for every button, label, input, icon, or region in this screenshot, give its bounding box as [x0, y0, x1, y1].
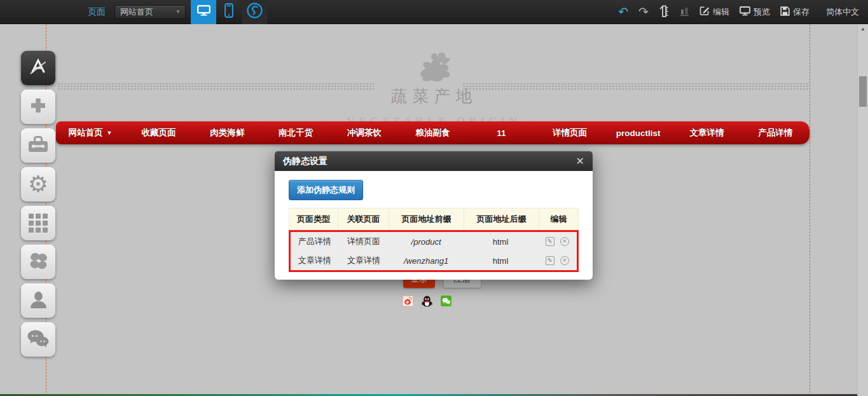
chevron-down-icon: ▼ [176, 9, 181, 15]
weibo-icon[interactable] [403, 296, 413, 306]
nav-item-meat-seafood[interactable]: 肉类海鲜 [193, 127, 261, 139]
col-header-edit: 编辑 [539, 208, 578, 229]
social-login-icons [403, 296, 451, 306]
delete-row-icon[interactable]: × [560, 237, 569, 246]
rules-rows-highlight: 产品详情 详情页面 /product html ✎ × 文章详情 文章详情 /w… [289, 230, 579, 272]
save-label: 保存 [793, 6, 809, 18]
toolbox-icon [27, 136, 49, 156]
nav-item-article-detail[interactable]: 文章详情 [673, 127, 741, 139]
rules-table: 页面类型 关联页面 页面地址前缀 页面地址后缀 编辑 产品详情 详情页面 /pr… [289, 208, 579, 272]
desktop-view-button[interactable] [191, 0, 216, 24]
stats-button[interactable] [680, 6, 689, 18]
app-design-icon [28, 57, 48, 79]
col-header-url-suffix: 页面地址后缀 [464, 208, 539, 229]
sidebar-item-members[interactable] [21, 283, 55, 318]
bar-stats-icon [680, 6, 689, 18]
mobile-view-button[interactable] [216, 0, 242, 24]
nav-item-grain-oil[interactable]: 粮油副食 [399, 127, 467, 139]
top-toolbar: 页面 网站首页 ▼ ↶ ↷ [0, 0, 868, 24]
nav-item-product-detail[interactable]: 产品详情 [741, 127, 809, 139]
language-switcher[interactable]: 简体中文 [826, 6, 859, 18]
plus-icon [29, 96, 48, 118]
person-icon [29, 290, 48, 312]
edit-row-icon[interactable]: ✎ [546, 256, 555, 265]
delete-row-icon[interactable]: × [560, 256, 569, 265]
edit-label: 编辑 [713, 6, 729, 18]
dialog-header[interactable]: 伪静态设置 ✕ [275, 151, 593, 171]
cell-linked-page: 文章详情 [338, 255, 389, 266]
cell-page-type: 产品详情 [291, 236, 338, 247]
sidebar-item-settings[interactable]: ⚙ [21, 167, 55, 201]
scrollbar-thumb[interactable] [859, 76, 867, 107]
site-name: 蔬菜产地 [0, 85, 868, 107]
pencil-square-icon [699, 6, 710, 18]
site-navbar: 网站首页▼ 收藏页面 肉类海鲜 南北干货 冲调茶饮 粮油副食 11 详情页面 p… [56, 121, 809, 144]
ruler-button[interactable] [659, 4, 670, 20]
grid-icon [29, 214, 48, 233]
cell-url-suffix: html [464, 256, 538, 266]
table-row: 产品详情 详情页面 /product html ✎ × [291, 232, 577, 251]
nav-item-label: 网站首页 [68, 128, 102, 137]
save-button[interactable]: 保存 [780, 6, 809, 18]
device-switcher [191, 0, 267, 24]
nav-item-home[interactable]: 网站首页▼ [56, 127, 125, 139]
sidebar-item-design-tools[interactable] [21, 51, 55, 85]
pseudo-static-settings-dialog: 伪静态设置 ✕ 添加伪静态规则 页面类型 关联页面 页面地址前缀 页面地址后缀 … [275, 151, 593, 280]
row-actions: ✎ × [538, 256, 577, 265]
preview-label: 预览 [754, 6, 770, 18]
cell-url-prefix: /product [389, 237, 464, 247]
table-row: 文章详情 文章详情 /wenzhang1 html ✎ × [291, 251, 577, 270]
nav-item-productlist[interactable]: productlist [604, 128, 673, 138]
effects-view-button[interactable] [242, 0, 267, 24]
close-icon[interactable]: ✕ [576, 156, 584, 167]
cell-page-type: 文章详情 [291, 255, 338, 266]
qq-icon[interactable] [422, 296, 432, 306]
layout-guide-right [809, 24, 810, 396]
undo-button[interactable]: ↶ [618, 6, 628, 18]
s-curve-circle-icon [246, 2, 263, 22]
site-logo: 蔬菜产地 VEGETABLE ORIGIN [0, 51, 868, 128]
page-scrollbar[interactable]: ▲ [857, 24, 868, 396]
col-header-page-type: 页面类型 [289, 208, 338, 229]
wechat-icon[interactable] [441, 296, 451, 306]
gear-icon: ⚙ [28, 173, 48, 196]
clover-icon [28, 250, 49, 274]
desktop-monitor-icon [197, 5, 210, 18]
table-header-row: 页面类型 关联页面 页面地址前缀 页面地址后缀 编辑 [289, 208, 579, 230]
sidebar-item-plugins[interactable] [21, 245, 55, 279]
nav-item-beverages[interactable]: 冲调茶饮 [330, 127, 399, 139]
page-label: 页面 [88, 6, 106, 18]
sidebar-item-chat[interactable] [21, 322, 55, 357]
dialog-body: 添加伪静态规则 页面类型 关联页面 页面地址前缀 页面地址后缀 编辑 产品详情 … [275, 171, 593, 280]
row-actions: ✎ × [538, 237, 577, 246]
add-rule-button[interactable]: 添加伪静态规则 [289, 180, 363, 200]
ruler-icon [659, 4, 670, 20]
chat-bubbles-icon [27, 329, 50, 350]
page-select-dropdown[interactable]: 网站首页 ▼ [114, 5, 186, 19]
nav-item-detail-page[interactable]: 详情页面 [535, 127, 604, 139]
vegetable-logo-icon [412, 72, 457, 83]
redo-button[interactable]: ↷ [638, 6, 649, 18]
page-select-value: 网站首页 [120, 6, 153, 18]
page-controls: 页面 网站首页 ▼ [88, 0, 267, 24]
edit-row-icon[interactable]: ✎ [546, 237, 555, 246]
sidebar-item-toolbox[interactable] [21, 128, 55, 163]
sidebar-item-add-module[interactable] [21, 90, 55, 124]
scroll-up-arrow[interactable]: ▲ [858, 26, 868, 32]
cell-url-suffix: html [464, 237, 538, 247]
preview-monitor-icon [740, 6, 750, 18]
dialog-title: 伪静态设置 [283, 156, 327, 167]
preview-button[interactable]: 预览 [740, 6, 770, 18]
nav-item-11[interactable]: 11 [467, 128, 535, 138]
edit-button[interactable]: 编辑 [699, 6, 729, 18]
cell-linked-page: 详情页面 [338, 236, 389, 247]
sidebar-item-modules-grid[interactable] [21, 206, 55, 240]
toolbar-actions: ↶ ↷ 编辑 预览 保存 [618, 4, 859, 20]
col-header-url-prefix: 页面地址前缀 [389, 208, 464, 229]
cell-url-prefix: /wenzhang1 [389, 256, 464, 266]
nav-item-favorites[interactable]: 收藏页面 [125, 127, 193, 139]
mobile-phone-icon [224, 3, 233, 20]
chevron-down-icon: ▼ [106, 130, 112, 136]
floppy-save-icon [780, 6, 790, 18]
nav-item-dry-goods[interactable]: 南北干货 [261, 127, 330, 139]
